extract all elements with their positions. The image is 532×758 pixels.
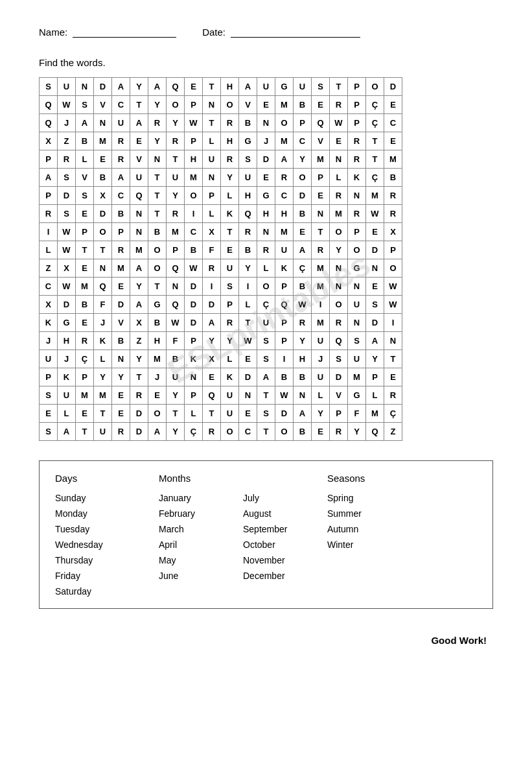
grid-cell: N [257,114,275,132]
months-header: Months [159,473,327,484]
grid-cell: R [330,96,348,114]
grid-cell: B [148,223,167,241]
grid-cell: L [257,259,275,278]
grid-cell: S [221,278,239,296]
grid-cell: E [330,132,348,150]
grid-cell: W [330,114,348,132]
grid-cell: U [40,350,58,368]
grid-cell: N [94,259,112,278]
list-item: Tuesday [55,524,159,534]
grid-cell: S [312,78,330,96]
grid-cell: D [239,368,257,386]
grid-cell: E [112,405,130,423]
grid-cell: R [112,132,130,150]
grid-cell: J [40,332,58,350]
grid-cell: W [294,296,312,314]
grid-cell: S [257,332,275,350]
grid-cell: M [312,259,330,278]
grid-cell: C [294,132,312,150]
grid-cell: U [130,169,148,187]
grid-cell: Y [167,423,185,441]
grid-cell: P [185,132,203,150]
grid-cell: O [221,96,239,114]
grid-cell: Q [167,78,185,96]
grid-cell: P [275,332,294,350]
grid-cell: A [130,296,148,314]
grid-cell: P [112,223,130,241]
grid-cell: L [221,187,239,205]
grid-cell: P [275,314,294,332]
grid-cell: N [348,278,366,296]
grid-cell: E [185,78,203,96]
grid-cell: Q [94,278,112,296]
grid-cell: T [257,423,275,441]
grid-cell: N [239,386,257,405]
grid-cell: P [185,332,203,350]
grid-cell: Q [239,205,257,223]
list-item: November [243,555,327,565]
grid-cell: X [94,187,112,205]
grid-cell: A [366,332,384,350]
grid-cell: U [58,386,76,405]
days-column: SundayMondayTuesdayWednesdayThursdayFrid… [55,493,159,597]
list-item: Saturday [55,586,159,597]
grid-cell: O [221,423,239,441]
grid-cell: B [275,368,294,386]
grid-cell: Q [130,187,148,205]
list-item: Friday [55,571,159,581]
grid-cell: E [257,96,275,114]
grid-cell: Q [275,296,294,314]
grid-cell: A [148,78,167,96]
grid-cell: F [348,405,366,423]
months1-column: JanuaryFebruaryMarchAprilMayJune [159,493,243,597]
grid-cell: L [366,386,384,405]
grid-cell: X [203,350,221,368]
grid-cell: N [348,187,366,205]
grid-cell: N [384,332,402,350]
word-search-grid: SUNDAYAQETHAUGUSTPODQWSVCTYOPNOVEMBERPÇE… [39,77,402,441]
grid-cell: M [112,259,130,278]
grid-cell: H [294,350,312,368]
grid-cell: J [94,314,112,332]
grid-cell: N [94,114,112,132]
grid-cell: T [167,150,185,169]
grid-cell: W [239,332,257,350]
grid-cell: B [294,423,312,441]
grid-cell: N [366,259,384,278]
grid-cell: V [130,150,148,169]
grid-cell: M [148,350,167,368]
grid-cell: K [221,205,239,223]
grid-cell: Ç [366,96,384,114]
grid-cell: Y [239,259,257,278]
grid-cell: D [185,314,203,332]
list-item: Summer [327,508,418,519]
grid-cell: B [239,114,257,132]
grid-cell: Y [94,368,112,386]
grid-cell: M [366,187,384,205]
grid-cell: D [294,187,312,205]
grid-cell: G [58,314,76,332]
grid-cell: W [58,241,76,259]
grid-cell: E [76,314,94,332]
grid-cell: Z [58,132,76,150]
grid-cell: U [112,114,130,132]
grid-cell: N [130,223,148,241]
grid-cell: M [312,314,330,332]
grid-cell: W [58,223,76,241]
grid-cell: T [366,132,384,150]
grid-cell: E [76,205,94,223]
grid-cell: Y [130,278,148,296]
grid-cell: Y [130,350,148,368]
grid-cell: T [94,405,112,423]
grid-cell: T [76,423,94,441]
grid-cell: M [312,278,330,296]
grid-cell: N [130,205,148,223]
grid-cell: P [221,296,239,314]
grid-cell: E [239,405,257,423]
grid-cell: W [275,386,294,405]
grid-cell: P [40,368,58,386]
grid-cell: R [203,259,221,278]
grid-cell: L [221,350,239,368]
grid-cell: D [366,314,384,332]
grid-cell: D [257,150,275,169]
